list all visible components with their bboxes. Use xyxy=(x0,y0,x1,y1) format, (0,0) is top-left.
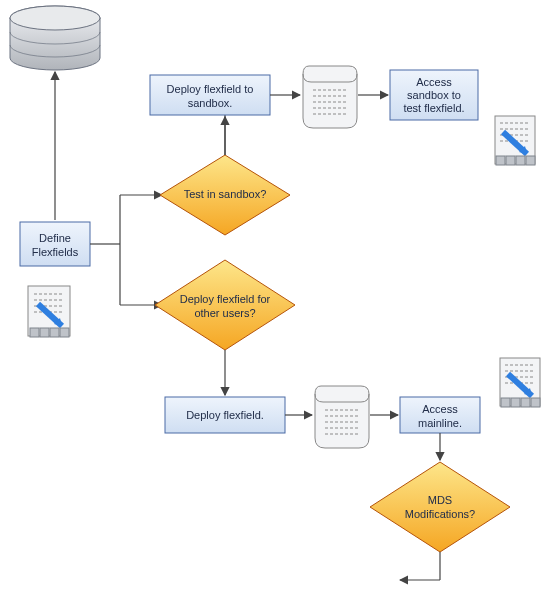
mds-l2: Modifications? xyxy=(405,508,475,520)
svg-rect-34 xyxy=(526,156,535,165)
node-access-sandbox: Access sandbox to test flexfield. xyxy=(390,70,478,120)
svg-rect-14 xyxy=(50,328,59,337)
svg-rect-49 xyxy=(521,398,530,407)
define-split-connector xyxy=(90,195,162,305)
svg-rect-19 xyxy=(150,75,270,115)
screen-icon-2 xyxy=(495,116,535,165)
svg-rect-15 xyxy=(60,328,69,337)
access-sandbox-l3: test flexfield. xyxy=(403,102,464,114)
svg-rect-32 xyxy=(506,156,515,165)
node-deploy-flexfield: Deploy flexfield. xyxy=(165,397,285,433)
svg-rect-33 xyxy=(516,156,525,165)
screen-icon-1 xyxy=(28,286,70,337)
define-l2: Flexfields xyxy=(32,246,79,258)
access-sandbox-l1: Access xyxy=(416,76,452,88)
flowchart-canvas: Define Flexfields Test in sandbox? Deplo… xyxy=(0,0,551,597)
document-icon-1 xyxy=(303,66,357,128)
svg-rect-13 xyxy=(40,328,49,337)
svg-rect-47 xyxy=(501,398,510,407)
node-deploy-other-users: Deploy flexfield for other users? xyxy=(155,260,295,350)
svg-rect-48 xyxy=(511,398,520,407)
access-main-l2: mainline. xyxy=(418,417,462,429)
node-define-flexfields: Define Flexfields xyxy=(20,222,90,266)
access-main-l1: Access xyxy=(422,403,458,415)
svg-marker-17 xyxy=(155,260,295,350)
node-deploy-sandbox: Deploy flexfield to sandbox. xyxy=(150,75,270,115)
database-icon xyxy=(10,6,100,70)
define-l1: Define xyxy=(39,232,71,244)
document-icon-2 xyxy=(315,386,369,448)
mds-l1: MDS xyxy=(428,494,452,506)
node-test-in-sandbox: Test in sandbox? xyxy=(160,155,290,235)
access-sandbox-l2: sandbox to xyxy=(407,89,461,101)
node-access-mainline: Access mainline. xyxy=(400,397,480,433)
svg-point-1 xyxy=(10,6,100,30)
node-mds-modifications: MDS Modifications? xyxy=(370,462,510,552)
svg-rect-12 xyxy=(30,328,39,337)
test-sandbox-l1: Test in sandbox? xyxy=(184,188,267,200)
svg-rect-50 xyxy=(531,398,540,407)
deploy-sandbox-l2: sandbox. xyxy=(188,97,233,109)
screen-icon-3 xyxy=(500,358,540,407)
svg-rect-31 xyxy=(496,156,505,165)
deploy-sandbox-l1: Deploy flexfield to xyxy=(167,83,254,95)
deploy-other-l1: Deploy flexfield for xyxy=(180,293,271,305)
deploy-l1: Deploy flexfield. xyxy=(186,409,264,421)
svg-rect-2 xyxy=(20,222,90,266)
deploy-other-l2: other users? xyxy=(194,307,255,319)
edge-mds-out xyxy=(400,552,440,580)
